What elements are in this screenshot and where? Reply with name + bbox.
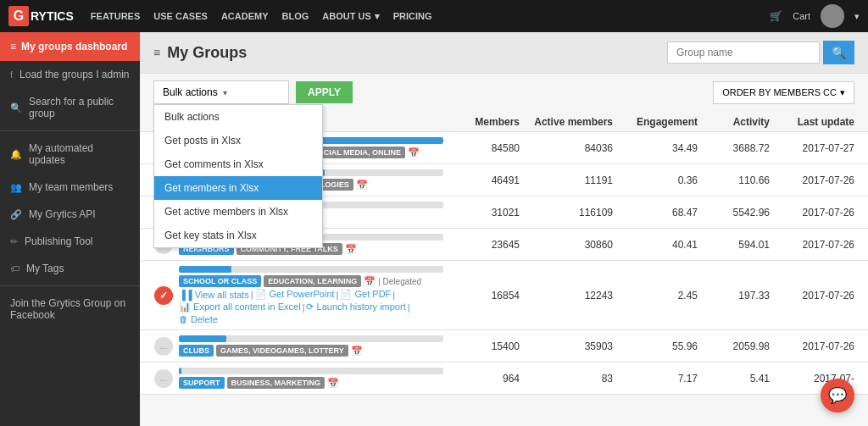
progress-bar-bg — [179, 335, 443, 342]
row-stats: 15400 35903 55.96 2059.98 2017-07-26 — [443, 340, 854, 352]
sidebar-item-search[interactable]: 🔍 Search for a public group — [0, 88, 140, 127]
stat-last-update: 2017-07-26 — [770, 239, 854, 251]
toolbar: Bulk actions ▾ Bulk actions Get posts in… — [140, 74, 868, 111]
bulk-option-5[interactable]: Get key stats in Xlsx — [154, 224, 322, 247]
stat-last-update: 2017-07-26 — [770, 290, 854, 302]
group-search-input[interactable] — [667, 41, 820, 64]
row-unchecked-icon[interactable]: ... — [154, 337, 173, 356]
bulk-option-4[interactable]: Get active members in Xlsx — [154, 200, 322, 224]
table-row: ... SUPPORTBUSINESS, MARKETING 📅 964 83 … — [140, 362, 868, 395]
sidebar-item-updates[interactable]: 🔔 My automated updates — [0, 135, 140, 174]
avatar[interactable] — [821, 4, 844, 28]
row-checkbox[interactable]: ✓ — [153, 286, 174, 305]
logo[interactable]: G RYTICS — [8, 6, 74, 26]
cart-icon[interactable]: 🛒 — [770, 10, 782, 22]
progress-bar-fill — [179, 266, 231, 273]
main-content: ≡ My Groups 🔍 Bulk actions ▾ Bulk action… — [140, 32, 868, 426]
bulk-actions-button[interactable]: Bulk actions ▾ — [153, 80, 289, 104]
stat-members: 23645 — [443, 239, 520, 251]
calendar-icon[interactable]: 📅 — [364, 276, 376, 287]
api-icon: 🔗 — [10, 209, 22, 220]
search-button[interactable]: 🔍 — [823, 41, 854, 64]
nav-academy[interactable]: ACADEMY — [221, 11, 269, 21]
order-button[interactable]: ORDER BY MEMBERS CC ▾ — [713, 81, 854, 104]
calendar-icon[interactable]: 📅 — [408, 147, 420, 158]
stat-active: 30860 — [520, 239, 613, 251]
bulk-option-3[interactable]: Get members in Xlsx — [154, 176, 322, 200]
sidebar-item-api[interactable]: 🔗 My Grytics API — [0, 201, 140, 228]
sidebar-header-label: My groups dashboard — [21, 41, 127, 53]
row-checked-icon[interactable]: ✓ — [154, 286, 173, 305]
row-action-link[interactable]: 📄 Get PowerPoint — [255, 289, 335, 300]
stat-members: 31021 — [443, 207, 520, 219]
stat-engagement: 68.47 — [613, 207, 698, 219]
row-expanded-actions: ▐▐ View all stats | 📄 Get PowerPoint | 📄… — [179, 289, 443, 324]
stat-active: 12243 — [520, 290, 613, 302]
row-checkbox[interactable]: ... — [153, 337, 174, 356]
delegated-badge: | Delegated — [378, 277, 421, 286]
facebook-icon: f — [10, 69, 13, 80]
stat-activity: 594.01 — [698, 239, 770, 251]
bulk-select[interactable]: Bulk actions ▾ Bulk actions Get posts in… — [153, 80, 289, 104]
stat-last-update: 2017-07-27 — [770, 142, 854, 154]
row-left: ✓ SCHOOL OR CLASSEDUCATION, LEARNING 📅 |… — [153, 266, 443, 324]
chat-bubble[interactable]: 💬 — [821, 379, 854, 412]
col-header-activity: Activity — [698, 116, 770, 128]
calendar-icon[interactable]: 📅 — [327, 378, 339, 389]
calendar-icon[interactable]: 📅 — [345, 244, 357, 255]
row-stats: 84580 84036 34.49 3688.72 2017-07-27 — [443, 142, 854, 154]
bell-icon: 🔔 — [10, 149, 22, 160]
apply-button[interactable]: APPLY — [296, 81, 353, 103]
sidebar-item-load[interactable]: f Load the groups I admin — [0, 61, 140, 88]
stat-activity: 2059.98 — [698, 340, 770, 352]
nav-about[interactable]: ABOUT US ▾ — [322, 11, 379, 22]
row-action-link[interactable]: ⟳ Launch history import — [306, 302, 405, 313]
row-unchecked-icon[interactable]: ... — [154, 369, 173, 388]
stat-members: 15400 — [443, 340, 520, 352]
sidebar-item-team[interactable]: 👥 My team members — [0, 174, 140, 201]
brand-name: RYTICS — [31, 9, 74, 23]
row-action-link[interactable]: 📄 Get PDF — [340, 289, 391, 300]
progress-bar-fill — [179, 368, 181, 374]
search-icon: 🔍 — [10, 102, 22, 113]
col-header-active: Active members — [520, 116, 613, 128]
row-action-link[interactable]: ▐▐ View all stats — [179, 290, 249, 300]
nav-pricing[interactable]: PRICING — [393, 11, 432, 21]
row-left: ... CLUBSGAMES, VIDEOGAMES, LOTTERY 📅 — [153, 335, 443, 357]
nav-features[interactable]: FEATURES — [91, 11, 140, 21]
sidebar-item-publishing[interactable]: ✏ Publishing Tool — [0, 228, 140, 255]
row-info: SCHOOL OR CLASSEDUCATION, LEARNING 📅 | D… — [179, 266, 443, 324]
stat-activity: 3688.72 — [698, 142, 770, 154]
stat-engagement: 34.49 — [613, 142, 698, 154]
bulk-option-0[interactable]: Bulk actions — [154, 105, 322, 129]
page-title-icon: ≡ — [153, 46, 160, 59]
stat-active: 35903 — [520, 340, 613, 352]
edit-icon: ✏ — [10, 236, 18, 247]
sidebar-join-group[interactable]: Join the Grytics Group on Facebook — [0, 290, 140, 329]
sidebar-divider — [0, 130, 140, 131]
nav-use-cases[interactable]: USE CASES — [153, 11, 208, 21]
stat-activity: 5542.96 — [698, 207, 770, 219]
row-action-link[interactable]: 📊 Export all content in Excel — [179, 302, 301, 313]
bulk-option-2[interactable]: Get comments in Xlsx — [154, 152, 322, 176]
stat-engagement: 7.17 — [613, 373, 698, 385]
stat-members: 84580 — [443, 142, 520, 154]
sidebar-item-tags[interactable]: 🏷 My Tags — [0, 255, 140, 282]
group-tag: SCHOOL OR CLASS — [179, 275, 261, 287]
col-header-members: Members — [443, 116, 520, 128]
calendar-icon[interactable]: 📅 — [356, 180, 368, 191]
row-stats: 964 83 7.17 5.41 2017-07- — [443, 373, 854, 385]
bulk-selected-label: Bulk actions — [163, 86, 218, 98]
calendar-icon[interactable]: 📅 — [351, 346, 363, 357]
bulk-option-1[interactable]: Get posts in Xlsx — [154, 129, 322, 152]
row-action-link[interactable]: 🗑 Delete — [179, 314, 218, 324]
user-arrow[interactable]: ▾ — [854, 11, 860, 22]
stat-engagement: 55.96 — [613, 340, 698, 352]
progress-bar-bg — [179, 368, 443, 374]
sidebar-item-label: My automated updates — [29, 142, 130, 166]
cart-label[interactable]: Cart — [793, 11, 810, 21]
nav-blog[interactable]: BLOG — [282, 11, 309, 21]
sidebar-header[interactable]: ≡ My groups dashboard — [0, 32, 140, 61]
stat-engagement: 2.45 — [613, 290, 698, 302]
row-checkbox[interactable]: ... — [153, 369, 174, 388]
